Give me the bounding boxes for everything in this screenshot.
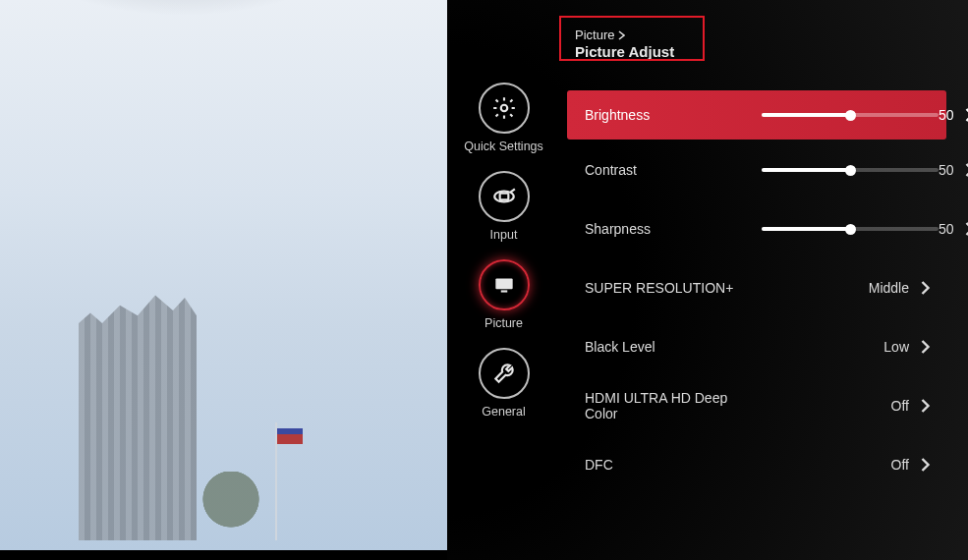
- sidebar-item-label: General: [482, 405, 525, 419]
- setting-row-dfc[interactable]: DFCOff: [567, 436, 946, 493]
- slider-contrast[interactable]: [762, 168, 939, 172]
- setting-row-blacklevel[interactable]: Black LevelLow: [567, 318, 946, 375]
- tree-shape: [201, 472, 260, 540]
- sidebar: Quick SettingsInputPictureGeneral: [457, 83, 550, 419]
- background-photo: [0, 0, 457, 550]
- svg-point-0: [500, 105, 507, 112]
- sidebar-item-quick-settings[interactable]: Quick Settings: [464, 83, 543, 153]
- wrench-icon: [479, 348, 530, 399]
- setting-row-hdmideepcolor[interactable]: HDMI ULTRA HD Deep ColorOff: [567, 377, 946, 434]
- slider-sharpness[interactable]: [762, 227, 939, 231]
- settings-panel: Picture Picture Adjust Quick SettingsInp…: [447, 0, 968, 560]
- setting-control: [762, 168, 939, 172]
- gear-icon: [479, 83, 530, 134]
- setting-label: Brightness: [585, 107, 762, 123]
- sidebar-item-label: Picture: [484, 316, 523, 330]
- svg-rect-2: [499, 194, 508, 200]
- setting-row-brightness[interactable]: Brightness50: [567, 90, 946, 140]
- svg-rect-4: [495, 279, 512, 290]
- monitor-icon: [479, 259, 530, 310]
- svg-line-3: [510, 189, 514, 192]
- chevron-right-icon: [917, 280, 933, 296]
- page-title: Picture Adjust: [575, 43, 674, 60]
- chevron-right-icon: [917, 457, 933, 473]
- setting-value: 50: [939, 221, 962, 237]
- chevron-right-icon: [962, 162, 968, 178]
- setting-value: Off: [862, 457, 917, 473]
- chevron-right-icon: [917, 339, 933, 355]
- sidebar-item-general[interactable]: General: [479, 348, 530, 419]
- chevron-right-icon: [917, 398, 933, 414]
- breadcrumb-parent: Picture: [575, 28, 614, 42]
- setting-label: Sharpness: [585, 221, 762, 237]
- setting-value: Low: [862, 339, 917, 355]
- setting-label: Contrast: [585, 162, 762, 178]
- setting-row-contrast[interactable]: Contrast50: [567, 141, 946, 198]
- setting-label: HDMI ULTRA HD Deep Color: [585, 390, 762, 421]
- setting-row-sharpness[interactable]: Sharpness50: [567, 200, 946, 257]
- setting-value: 50: [939, 162, 962, 178]
- setting-label: DFC: [585, 457, 762, 473]
- sidebar-item-picture[interactable]: Picture: [479, 259, 530, 330]
- slider-brightness[interactable]: [762, 113, 939, 117]
- setting-control: [762, 227, 939, 231]
- setting-value: Middle: [862, 280, 917, 296]
- sidebar-item-label: Quick Settings: [464, 140, 543, 153]
- setting-value: Off: [862, 398, 917, 414]
- chevron-right-icon: [618, 30, 625, 40]
- building-shape: [79, 285, 197, 540]
- chevron-right-icon: [962, 107, 968, 123]
- sidebar-item-label: Input: [490, 228, 518, 242]
- input-icon: [479, 171, 530, 222]
- setting-value: 50: [939, 107, 962, 123]
- setting-label: SUPER RESOLUTION+: [585, 280, 762, 296]
- setting-control: [762, 113, 939, 117]
- setting-label: Black Level: [585, 339, 762, 355]
- chevron-right-icon: [962, 221, 968, 237]
- flagpole-shape: [275, 422, 277, 540]
- sidebar-item-input[interactable]: Input: [479, 171, 530, 242]
- settings-list: Brightness50Contrast50Sharpness50SUPER R…: [567, 90, 946, 493]
- setting-row-superres[interactable]: SUPER RESOLUTION+Middle: [567, 259, 946, 316]
- svg-rect-5: [500, 290, 507, 292]
- breadcrumb: Picture Picture Adjust: [567, 22, 713, 68]
